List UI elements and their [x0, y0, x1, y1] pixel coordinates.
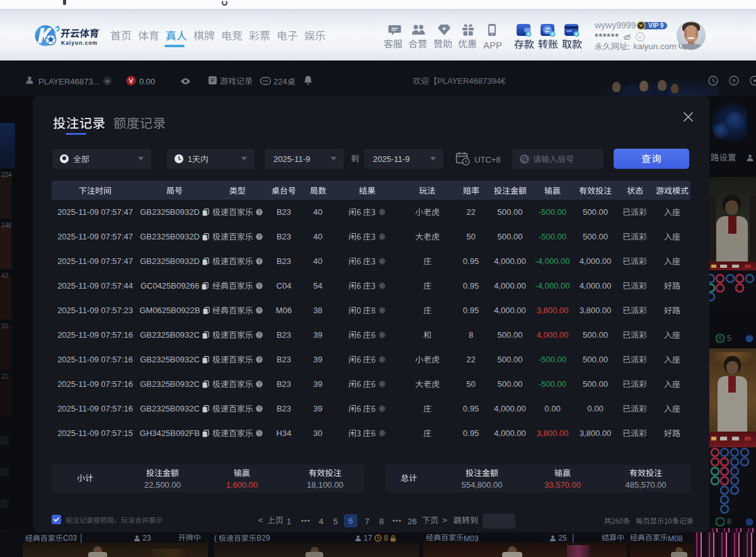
svg-text:?: ? — [732, 78, 736, 84]
svg-text:VIP 9: VIP 9 — [648, 22, 664, 29]
